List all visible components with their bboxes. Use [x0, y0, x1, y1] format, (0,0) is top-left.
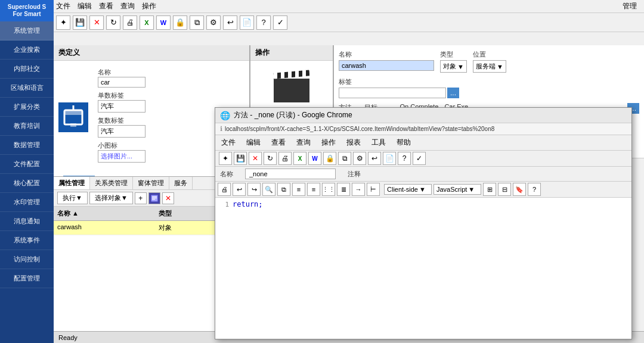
chrome-tb-lock[interactable]: 🔒	[323, 152, 336, 165]
toolbar-print[interactable]: 🖨	[123, 15, 137, 30]
chrome-menu-view[interactable]: 查看	[269, 136, 288, 149]
chrome-tb-back[interactable]: ↩	[368, 152, 381, 165]
chrome-info-icon: ℹ	[220, 125, 222, 133]
toolbar-refresh[interactable]: ↻	[106, 15, 120, 30]
sidebar-item-watermark[interactable]: 水印管理	[0, 193, 54, 212]
menu-manage[interactable]: 管理	[623, 1, 637, 11]
select-object-btn[interactable]: 选择对象▼	[89, 192, 133, 204]
code-tb-cursor[interactable]: ⊢	[367, 183, 380, 196]
js-dropdown-arrow-icon: ▼	[468, 186, 475, 193]
toolbar-save[interactable]: 💾	[73, 15, 87, 30]
code-tb-undo[interactable]: ↩	[233, 183, 246, 196]
menu-query[interactable]: 查询	[120, 1, 135, 11]
code-tb-print[interactable]: 🖨	[218, 183, 231, 196]
singular-value[interactable]: 汽车	[98, 100, 145, 113]
tab-service[interactable]: 服务	[169, 177, 193, 189]
action-execute-btn[interactable]: 执行▼	[57, 192, 88, 204]
code-tb-align-c[interactable]: ≡	[307, 183, 320, 196]
tag-dots-button[interactable]: ...	[447, 88, 459, 98]
code-tb-extra2[interactable]: ⊟	[498, 183, 511, 196]
sidebar-item-data[interactable]: 数据管理	[0, 136, 54, 155]
code-tb-find[interactable]: 🔍	[262, 183, 275, 196]
type-dropdown[interactable]: 对象 ▼	[440, 60, 467, 73]
sidebar-item-sysadmin[interactable]: 系统管理	[0, 21, 54, 40]
sidebar-item-edu[interactable]: 教育培训	[0, 117, 54, 136]
chrome-tb-del[interactable]: ✕	[249, 152, 262, 165]
code-name-input[interactable]	[245, 169, 336, 179]
location-dropdown[interactable]: 服务端 ▼	[473, 60, 506, 73]
client-side-dropdown[interactable]: Client-side ▼	[384, 184, 432, 195]
toolbar-copy[interactable]: ⧉	[190, 15, 204, 30]
tab-form-mgmt[interactable]: 窗体管理	[133, 177, 169, 189]
sidebar-item-core[interactable]: 核心配置	[0, 174, 54, 193]
sidebar-item-config[interactable]: 配置管理	[0, 269, 54, 288]
sidebar-item-sysevt[interactable]: 系统事件	[0, 231, 54, 250]
plural-value[interactable]: 汽车	[98, 125, 145, 138]
code-tb-align-r[interactable]: ⋮⋮	[322, 183, 335, 196]
chrome-tb-check[interactable]: ✓	[413, 152, 426, 165]
code-tb-format[interactable]: ≣	[337, 183, 350, 196]
code-tb-bookmark[interactable]: 🔖	[513, 183, 526, 196]
toolbar-back[interactable]: ↩	[223, 15, 237, 30]
plural-label: 复数标签	[98, 116, 145, 125]
toolbar-check[interactable]: ✓	[273, 15, 287, 30]
toolbar-tool1[interactable]: ⚙	[206, 15, 221, 30]
sidebar-item-region[interactable]: 区域和语言	[0, 79, 54, 98]
name-form-input[interactable]	[339, 60, 434, 71]
chrome-menu-ops[interactable]: 操作	[319, 136, 338, 149]
code-tb-copy2[interactable]: ⧉	[277, 183, 290, 196]
sidebar-item-access[interactable]: 访问控制	[0, 250, 54, 269]
javascript-dropdown[interactable]: JavaScript ▼	[434, 184, 481, 195]
tab-attr-mgmt[interactable]: 属性管理	[54, 177, 90, 189]
chrome-address-text[interactable]: localhost/scplm/front/X-cache=S_1.1-X/Cp…	[225, 126, 494, 132]
chrome-menu-tools[interactable]: 工具	[369, 136, 388, 149]
chrome-tb-refresh[interactable]: ↻	[264, 152, 277, 165]
code-tb-qmark[interactable]: ?	[528, 183, 541, 196]
attr-add-btn[interactable]: +	[135, 192, 147, 204]
chrome-tb-print[interactable]: 🖨	[278, 152, 292, 165]
toolbar-page[interactable]: 📄	[240, 15, 254, 30]
chrome-menu-file[interactable]: 文件	[219, 136, 238, 149]
chrome-tb-copy[interactable]: ⧉	[338, 152, 351, 165]
chrome-tb-page[interactable]: 📄	[383, 152, 396, 165]
chrome-tb-word[interactable]: W	[308, 152, 321, 165]
small-icon-value[interactable]: 选择图片...	[98, 150, 145, 163]
chrome-tb-tool[interactable]: ⚙	[353, 152, 366, 165]
tag-form-input[interactable]	[339, 88, 446, 98]
name-value[interactable]: car	[98, 77, 145, 88]
sidebar-item-file[interactable]: 文件配置	[0, 155, 54, 174]
chrome-menu-help[interactable]: 帮助	[394, 136, 413, 149]
toolbar-lock[interactable]: 🔒	[173, 15, 187, 30]
menu-file[interactable]: 文件	[56, 1, 70, 11]
chrome-tb-excel[interactable]: X	[293, 152, 306, 165]
sidebar-item-search[interactable]: 企业搜索	[0, 40, 54, 60]
code-tb-redo[interactable]: ↪	[247, 183, 261, 196]
chrome-menu-edit[interactable]: 编辑	[244, 136, 263, 149]
code-tb-extra1[interactable]: ⊞	[483, 183, 496, 196]
chrome-menubar: 文件 编辑 查看 查询 操作 报表 工具 帮助	[215, 135, 631, 151]
chrome-menu-report[interactable]: 报表	[344, 136, 363, 149]
chrome-tb-new[interactable]: ✦	[219, 152, 232, 165]
sidebar-item-social[interactable]: 内部社交	[0, 60, 54, 79]
code-tb-align-l[interactable]: ≡	[292, 183, 305, 196]
toolbar-new[interactable]: ✦	[56, 15, 70, 30]
sidebar-item-notify[interactable]: 消息通知	[0, 212, 54, 231]
toolbar-word[interactable]: W	[156, 15, 171, 30]
code-editor[interactable]: 1 return;	[215, 198, 631, 339]
toolbar-excel[interactable]: X	[140, 15, 154, 30]
svg-rect-5	[152, 197, 157, 197]
chrome-tb-help[interactable]: ?	[398, 152, 411, 165]
menu-view[interactable]: 查看	[99, 1, 113, 11]
toolbar-help[interactable]: ?	[256, 15, 271, 30]
toolbar-delete[interactable]: ✕	[89, 15, 104, 30]
sidebar-item-category[interactable]: 扩展分类	[0, 98, 54, 117]
code-tb-indent[interactable]: →	[352, 183, 365, 196]
menu-ops[interactable]: 操作	[142, 1, 156, 11]
attr-delete-btn[interactable]: ✕	[162, 192, 174, 204]
attr-edit-btn[interactable]	[148, 192, 160, 204]
tab-rel-mgmt[interactable]: 关系类管理	[90, 177, 133, 189]
class-def-title: 类定义	[54, 45, 249, 61]
chrome-menu-query[interactable]: 查询	[294, 136, 313, 149]
chrome-tb-save[interactable]: 💾	[234, 152, 247, 165]
menu-edit[interactable]: 编辑	[78, 1, 92, 11]
